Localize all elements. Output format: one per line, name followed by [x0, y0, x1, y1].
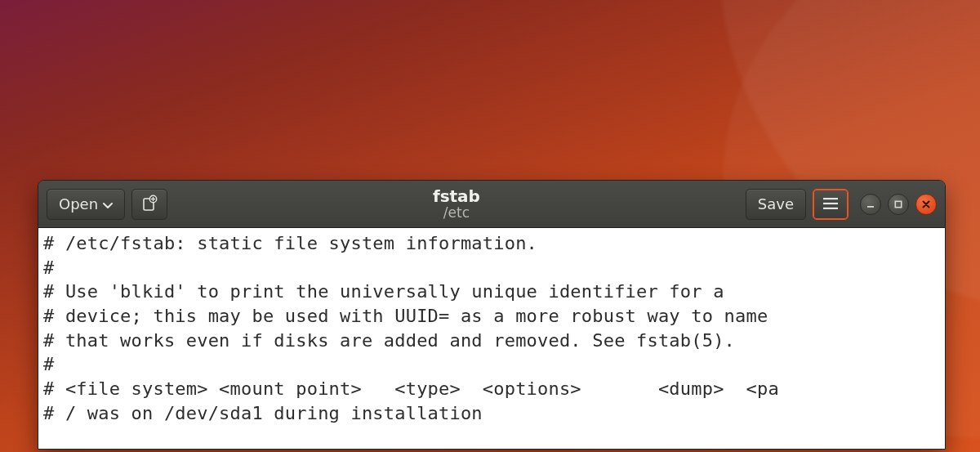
window-controls: [860, 194, 937, 215]
save-button-label: Save: [758, 195, 794, 213]
gedit-window: Open fstab /etc Save: [38, 180, 946, 450]
save-button[interactable]: Save: [746, 189, 806, 220]
open-button[interactable]: Open: [47, 189, 125, 220]
window-close-button[interactable]: [915, 194, 937, 215]
minimize-icon: [866, 199, 875, 209]
text-editor-area[interactable]: # /etc/fstab: static file system informa…: [38, 228, 945, 449]
window-maximize-button[interactable]: [888, 194, 909, 215]
svg-rect-2: [823, 198, 838, 199]
chevron-down-icon: [103, 195, 113, 213]
title-area: fstab /etc: [174, 187, 739, 221]
window-minimize-button[interactable]: [860, 194, 881, 215]
headerbar: Open fstab /etc Save: [38, 181, 945, 228]
hamburger-menu-button[interactable]: [813, 189, 849, 220]
close-icon: [921, 199, 931, 209]
svg-rect-5: [867, 206, 874, 208]
open-button-label: Open: [59, 195, 98, 213]
document-path: /etc: [443, 205, 470, 221]
document-title: fstab: [433, 187, 480, 205]
new-document-icon: [141, 195, 158, 214]
new-tab-button[interactable]: [131, 189, 167, 220]
maximize-icon: [893, 199, 903, 209]
svg-rect-3: [823, 203, 838, 204]
hamburger-icon: [823, 195, 838, 213]
svg-rect-4: [823, 208, 838, 209]
svg-rect-6: [895, 201, 901, 207]
